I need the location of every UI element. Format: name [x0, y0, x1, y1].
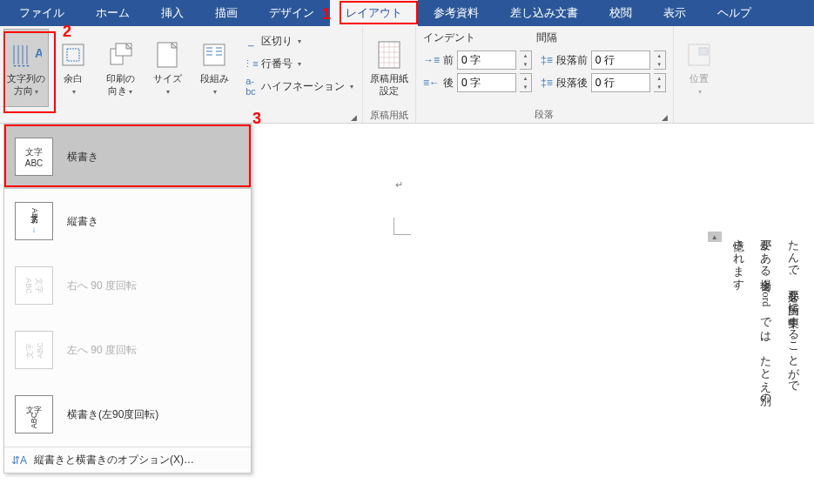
- orientation-button[interactable]: 印刷の 向き▾: [98, 29, 143, 107]
- chevron-down-icon: ▾: [35, 88, 38, 96]
- position-label: 位置: [690, 73, 709, 84]
- chevron-down-icon: ▾: [298, 60, 301, 68]
- text-direction-dropdown: 文字 ABC 横書き 文字ABC↓ 縦書き 文字 ABC 右へ 90 度回転 文…: [3, 124, 252, 474]
- tab-layout[interactable]: レイアウト: [330, 0, 418, 26]
- genkou-label: 原稿用紙 設定: [370, 72, 408, 97]
- spacing-before-input[interactable]: [591, 50, 650, 70]
- spacing-before-label: 段落前: [556, 53, 588, 68]
- doc-line-2: 要がある場合、Word では、たとえ別の: [756, 232, 776, 475]
- tab-view[interactable]: 表示: [648, 0, 702, 26]
- rotate-right-icon: 文字 ABC: [15, 266, 53, 305]
- doc-line-1: たんで、必要な箇所に集中することがで: [784, 232, 804, 475]
- tab-review[interactable]: 校閲: [594, 0, 648, 26]
- svg-text:A: A: [35, 46, 42, 60]
- hyphenation-label: ハイフネーション: [261, 79, 345, 94]
- spacing-after-icon: ‡≡: [541, 77, 553, 89]
- vertical-text-area: たんで、必要な箇所に集中することがで 要がある場合、Word では、たとえ別の …: [708, 232, 804, 475]
- margins-label: 余白: [64, 73, 83, 84]
- hyphenation-button[interactable]: a-bcハイフネーション▾: [240, 76, 357, 97]
- page-setup-launcher[interactable]: ◢: [351, 113, 357, 122]
- chevron-down-icon: ▾: [298, 37, 301, 45]
- line-numbers-label: 行番号: [261, 57, 293, 71]
- chevron-down-icon: ▾: [213, 88, 217, 96]
- chevron-down-icon: ▾: [698, 88, 702, 96]
- tab-mailings[interactable]: 差し込み文書: [494, 0, 594, 26]
- breaks-button[interactable]: ⎯区切り▾: [240, 30, 357, 51]
- paragraph-group-label: 段落: [535, 109, 554, 119]
- vertical-icon: 文字ABC↓: [15, 202, 53, 240]
- group-arrange: 位置▾: [674, 26, 724, 123]
- margins-icon: [57, 39, 89, 71]
- genkou-button[interactable]: 原稿用紙 設定: [367, 29, 412, 107]
- scroll-up-button[interactable]: ▲: [708, 232, 722, 242]
- group-paragraph: インデント 間隔 →≡ 前 ▲▼ ‡≡ 段落前 ▲▼ ≡← 後: [416, 26, 674, 123]
- text-direction-button[interactable]: A 文字列の 方向▾: [3, 29, 49, 107]
- text-direction-label: 文字列の 方向: [7, 73, 45, 96]
- menu-item-vertical[interactable]: 文字ABC↓ 縦書き: [4, 189, 251, 253]
- orientation-icon: [104, 39, 136, 71]
- position-button: 位置▾: [677, 29, 721, 107]
- tab-references[interactable]: 参考資料: [418, 0, 494, 26]
- tab-insert[interactable]: 挿入: [145, 0, 199, 26]
- line-numbers-button[interactable]: ⋮≡行番号▾: [240, 53, 357, 74]
- tab-design[interactable]: デザイン: [253, 0, 330, 26]
- paragraph-mark-icon: ↵: [395, 179, 403, 191]
- tab-help[interactable]: ヘルプ: [702, 0, 767, 26]
- svg-rect-6: [67, 49, 79, 61]
- columns-icon: [198, 39, 230, 71]
- columns-label: 段組み: [200, 73, 229, 84]
- columns-button[interactable]: 段組み▾: [192, 29, 237, 107]
- ribbon: A 文字列の 方向▾ 余白▾ 印刷の 向き▾ サイズ▾: [0, 26, 814, 124]
- menu-item-rotate-right-label: 右へ 90 度回転: [67, 279, 137, 293]
- breaks-icon: ⎯: [244, 34, 258, 48]
- margins-button[interactable]: 余白▾: [50, 29, 96, 107]
- doc-line-3: 憶されます。: [729, 232, 749, 475]
- chevron-down-icon: ▾: [166, 88, 170, 96]
- svg-rect-8: [116, 44, 131, 56]
- menu-item-rotate-left: 文字 ABC 左へ 90 度回転: [4, 318, 251, 382]
- size-label: サイズ: [153, 73, 182, 84]
- group-genkou: 原稿用紙 設定 原稿用紙: [363, 26, 416, 123]
- text-direction-icon: A: [10, 39, 42, 71]
- spacing-after-spinner[interactable]: ▲▼: [654, 73, 666, 92]
- indent-after-input[interactable]: [457, 73, 516, 92]
- chevron-down-icon: ▾: [72, 88, 76, 96]
- menu-item-options[interactable]: ⇵A 縦書きと横書きのオプション(X)…: [4, 447, 251, 473]
- spacing-before-icon: ‡≡: [541, 54, 553, 66]
- indent-before-label: 前: [443, 53, 454, 68]
- hyphenation-icon: a-bc: [244, 79, 258, 93]
- spacing-after-label: 段落後: [556, 76, 588, 91]
- group-page-setup: A 文字列の 方向▾ 余白▾ 印刷の 向き▾ サイズ▾: [0, 26, 363, 123]
- rotate-left-icon: 文字 ABC: [15, 331, 53, 369]
- options-icon: ⇵A: [11, 454, 27, 467]
- menu-item-horizontal[interactable]: 文字 ABC 横書き: [4, 124, 251, 189]
- menu-item-options-label: 縦書きと横書きのオプション(X)…: [34, 453, 194, 467]
- spacing-header: 間隔: [536, 30, 557, 45]
- menu-item-rotate-left-label: 左へ 90 度回転: [67, 343, 137, 358]
- page-corner-mark: [394, 218, 411, 235]
- genkou-group-label: 原稿用紙: [367, 107, 412, 124]
- indent-before-input[interactable]: [457, 50, 516, 70]
- menu-item-horizontal-label: 横書き: [67, 150, 98, 165]
- callout-2: 2: [63, 23, 71, 41]
- menu-item-horizontal-left90[interactable]: 文字ABC 横書き(左90度回転): [4, 382, 251, 447]
- paragraph-launcher[interactable]: ◢: [662, 113, 668, 122]
- spacing-before-spinner[interactable]: ▲▼: [654, 50, 666, 70]
- indent-after-icon: ≡←: [423, 77, 440, 89]
- menu-item-vertical-label: 縦書き: [67, 214, 98, 229]
- indent-header: インデント: [423, 30, 475, 45]
- tab-draw[interactable]: 描画: [199, 0, 253, 26]
- chevron-down-icon: ▾: [350, 83, 353, 91]
- document-area[interactable]: ↵ たんで、必要な箇所に集中することがで 要がある場合、Word では、たとえ別…: [252, 124, 814, 504]
- horizontal-icon: 文字 ABC: [15, 138, 53, 176]
- menu-tabs: ファイル ホーム 挿入 描画 デザイン レイアウト 参考資料 差し込み文書 校閲…: [0, 0, 814, 26]
- indent-before-icon: →≡: [423, 54, 440, 66]
- spacing-after-input[interactable]: [591, 73, 650, 92]
- indent-after-label: 後: [443, 76, 454, 91]
- menu-item-rotate-right: 文字 ABC 右へ 90 度回転: [4, 253, 251, 318]
- size-button[interactable]: サイズ▾: [145, 29, 190, 107]
- indent-after-spinner[interactable]: ▲▼: [520, 73, 532, 92]
- callout-3: 3: [252, 110, 261, 128]
- indent-before-spinner[interactable]: ▲▼: [520, 50, 532, 70]
- tab-home[interactable]: ホーム: [80, 0, 145, 26]
